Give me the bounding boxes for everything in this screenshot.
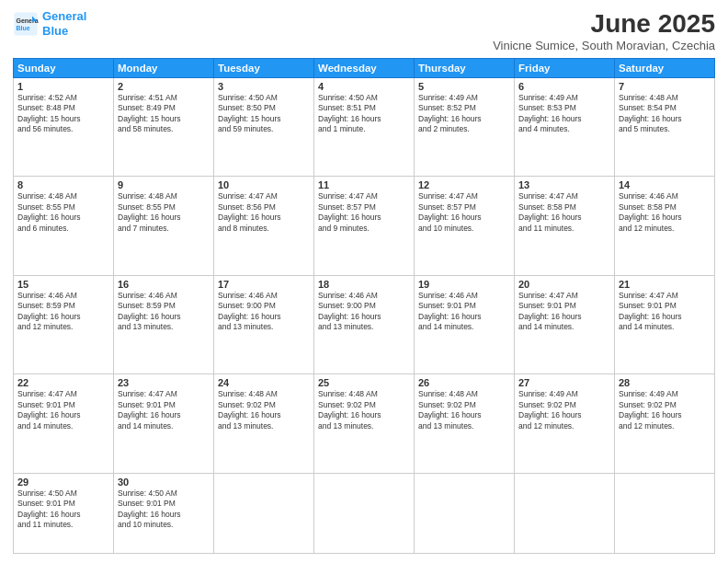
day-number: 22 [17,377,109,388]
table-row: 30Sunrise: 4:50 AM Sunset: 9:01 PM Dayli… [114,473,214,553]
day-info: Sunrise: 4:48 AM Sunset: 8:54 PM Dayligh… [619,93,711,135]
table-row: 10Sunrise: 4:47 AM Sunset: 8:56 PM Dayli… [214,177,314,275]
day-number: 9 [118,179,210,190]
table-row: 18Sunrise: 4:46 AM Sunset: 9:00 PM Dayli… [314,275,415,373]
day-info: Sunrise: 4:48 AM Sunset: 9:02 PM Dayligh… [418,389,510,431]
header-thursday: Thursday [415,59,515,78]
table-row: 8Sunrise: 4:48 AM Sunset: 8:55 PM Daylig… [14,177,114,275]
day-info: Sunrise: 4:48 AM Sunset: 8:55 PM Dayligh… [118,191,210,234]
day-number: 18 [318,279,410,290]
day-info: Sunrise: 4:48 AM Sunset: 8:55 PM Dayligh… [17,191,109,234]
calendar-week-row: 15Sunrise: 4:46 AM Sunset: 8:59 PM Dayli… [14,275,715,373]
day-info: Sunrise: 4:47 AM Sunset: 8:56 PM Dayligh… [218,191,310,234]
header-friday: Friday [515,59,615,78]
logo-icon: General Blue [13,11,39,37]
day-number: 27 [518,377,610,388]
svg-rect-0 [14,12,37,35]
day-number: 29 [17,477,109,488]
table-row: 20Sunrise: 4:47 AM Sunset: 9:01 PM Dayli… [515,275,615,373]
table-row: 23Sunrise: 4:47 AM Sunset: 9:01 PM Dayli… [114,374,214,473]
calendar-week-row: 1Sunrise: 4:52 AM Sunset: 8:48 PM Daylig… [14,78,715,177]
table-row: 4Sunrise: 4:50 AM Sunset: 8:51 PM Daylig… [314,78,415,177]
table-row: 15Sunrise: 4:46 AM Sunset: 8:59 PM Dayli… [14,275,114,373]
header-sunday: Sunday [14,59,114,78]
day-number: 26 [418,377,510,388]
day-info: Sunrise: 4:48 AM Sunset: 9:02 PM Dayligh… [218,389,310,431]
logo-text: General Blue [42,9,86,38]
table-row: 6Sunrise: 4:49 AM Sunset: 8:53 PM Daylig… [515,78,615,177]
calendar-week-row: 22Sunrise: 4:47 AM Sunset: 9:01 PM Dayli… [14,374,715,473]
table-row: 12Sunrise: 4:47 AM Sunset: 8:57 PM Dayli… [415,177,515,275]
day-number: 23 [118,377,210,388]
day-info: Sunrise: 4:47 AM Sunset: 9:01 PM Dayligh… [17,389,109,431]
day-number: 4 [318,81,410,92]
table-row: 24Sunrise: 4:48 AM Sunset: 9:02 PM Dayli… [214,374,314,473]
day-number: 10 [218,179,310,190]
logo-line1: General [42,9,86,23]
table-row: 3Sunrise: 4:50 AM Sunset: 8:50 PM Daylig… [214,78,314,177]
calendar-week-row: 29Sunrise: 4:50 AM Sunset: 9:01 PM Dayli… [14,473,715,553]
day-info: Sunrise: 4:51 AM Sunset: 8:49 PM Dayligh… [118,93,210,135]
table-row: 21Sunrise: 4:47 AM Sunset: 9:01 PM Dayli… [615,275,715,373]
table-row: 5Sunrise: 4:49 AM Sunset: 8:52 PM Daylig… [415,78,515,177]
day-info: Sunrise: 4:49 AM Sunset: 8:53 PM Dayligh… [518,93,610,135]
header-monday: Monday [114,59,214,78]
day-info: Sunrise: 4:47 AM Sunset: 8:57 PM Dayligh… [318,191,410,234]
table-row: 19Sunrise: 4:46 AM Sunset: 9:01 PM Dayli… [415,275,515,373]
month-title: June 2025 [493,9,715,39]
table-row [515,473,615,553]
location-title: Vinicne Sumice, South Moravian, Czechia [493,39,715,52]
title-block: June 2025 Vinicne Sumice, South Moravian… [493,9,715,52]
day-info: Sunrise: 4:48 AM Sunset: 9:02 PM Dayligh… [318,389,410,431]
day-number: 1 [17,81,109,92]
header: General Blue General Blue June 2025 Vini… [13,9,715,52]
day-info: Sunrise: 4:46 AM Sunset: 9:00 PM Dayligh… [318,291,410,333]
day-info: Sunrise: 4:50 AM Sunset: 9:01 PM Dayligh… [17,488,109,531]
header-wednesday: Wednesday [314,59,415,78]
day-number: 19 [418,279,510,290]
table-row: 14Sunrise: 4:46 AM Sunset: 8:58 PM Dayli… [615,177,715,275]
day-info: Sunrise: 4:50 AM Sunset: 9:01 PM Dayligh… [118,488,210,531]
table-row: 2Sunrise: 4:51 AM Sunset: 8:49 PM Daylig… [114,78,214,177]
day-number: 7 [619,81,711,92]
day-number: 3 [218,81,310,92]
day-info: Sunrise: 4:46 AM Sunset: 9:00 PM Dayligh… [218,291,310,333]
table-row: 26Sunrise: 4:48 AM Sunset: 9:02 PM Dayli… [415,374,515,473]
day-info: Sunrise: 4:46 AM Sunset: 9:01 PM Dayligh… [418,291,510,333]
table-row: 16Sunrise: 4:46 AM Sunset: 8:59 PM Dayli… [114,275,214,373]
table-row: 28Sunrise: 4:49 AM Sunset: 9:02 PM Dayli… [615,374,715,473]
logo-line2: Blue [42,24,68,38]
day-number: 20 [518,279,610,290]
table-row: 29Sunrise: 4:50 AM Sunset: 9:01 PM Dayli… [14,473,114,553]
day-number: 17 [218,279,310,290]
day-number: 2 [118,81,210,92]
day-number: 15 [17,279,109,290]
table-row [314,473,415,553]
day-info: Sunrise: 4:49 AM Sunset: 8:52 PM Dayligh… [418,93,510,135]
table-row [615,473,715,553]
table-row: 7Sunrise: 4:48 AM Sunset: 8:54 PM Daylig… [615,78,715,177]
table-row: 22Sunrise: 4:47 AM Sunset: 9:01 PM Dayli… [14,374,114,473]
day-number: 24 [218,377,310,388]
day-info: Sunrise: 4:50 AM Sunset: 8:51 PM Dayligh… [318,93,410,135]
day-info: Sunrise: 4:47 AM Sunset: 8:58 PM Dayligh… [518,191,610,234]
day-info: Sunrise: 4:46 AM Sunset: 8:59 PM Dayligh… [17,291,109,333]
day-number: 6 [518,81,610,92]
day-info: Sunrise: 4:47 AM Sunset: 9:01 PM Dayligh… [518,291,610,333]
day-number: 25 [318,377,410,388]
day-info: Sunrise: 4:47 AM Sunset: 8:57 PM Dayligh… [418,191,510,234]
table-row: 17Sunrise: 4:46 AM Sunset: 9:00 PM Dayli… [214,275,314,373]
day-number: 21 [619,279,711,290]
table-row: 11Sunrise: 4:47 AM Sunset: 8:57 PM Dayli… [314,177,415,275]
day-number: 30 [118,477,210,488]
day-number: 8 [17,179,109,190]
day-info: Sunrise: 4:50 AM Sunset: 8:50 PM Dayligh… [218,93,310,135]
calendar-table: Sunday Monday Tuesday Wednesday Thursday… [13,58,715,554]
table-row [415,473,515,553]
page: General Blue General Blue June 2025 Vini… [0,0,728,563]
day-info: Sunrise: 4:47 AM Sunset: 9:01 PM Dayligh… [118,389,210,431]
table-row: 27Sunrise: 4:49 AM Sunset: 9:02 PM Dayli… [515,374,615,473]
logo: General Blue General Blue [13,9,86,38]
table-row: 25Sunrise: 4:48 AM Sunset: 9:02 PM Dayli… [314,374,415,473]
day-number: 12 [418,179,510,190]
